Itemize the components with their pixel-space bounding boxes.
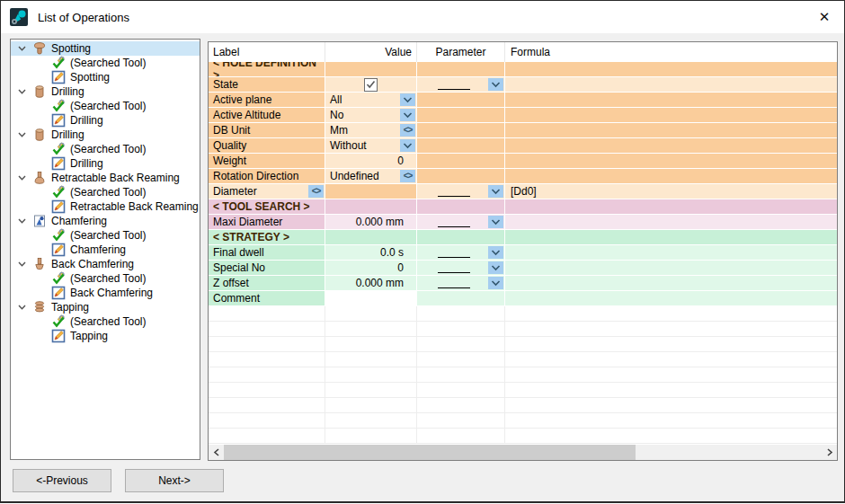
value-cell[interactable]: 0.0 s xyxy=(325,245,417,261)
section-label: < TOOL SEARCH > xyxy=(209,199,325,215)
dropdown-icon[interactable] xyxy=(400,109,415,121)
parameter-blank-field[interactable] xyxy=(438,263,470,273)
formula-cell[interactable] xyxy=(505,261,837,276)
tree-item-searched-tool[interactable]: (Searched Tool) xyxy=(11,99,200,113)
tree-item-searched-tool[interactable]: (Searched Tool) xyxy=(11,185,200,199)
chevron-expand-icon[interactable] xyxy=(17,132,27,137)
parameter-cell[interactable] xyxy=(417,245,505,261)
formula-cell[interactable] xyxy=(505,123,837,138)
parameter-blank-field[interactable] xyxy=(438,217,470,227)
dropdown-icon[interactable] xyxy=(400,93,415,106)
parameter-cell xyxy=(417,138,505,154)
formula-cell[interactable] xyxy=(505,77,837,93)
tree-item-spotting[interactable]: Spotting xyxy=(11,70,200,84)
scrollbar-track[interactable] xyxy=(224,445,822,460)
value-cell[interactable]: Without xyxy=(325,138,417,154)
next-button[interactable]: Next-> xyxy=(125,469,224,492)
formula-cell[interactable] xyxy=(505,291,837,306)
tree-item-chamfering[interactable]: Chamfering xyxy=(11,243,200,257)
formula-cell[interactable] xyxy=(505,276,837,291)
value-cell[interactable]: 0.000 mm xyxy=(325,215,417,230)
grid-header-row: Label Value Parameter Formula xyxy=(209,42,837,62)
parameter-cell[interactable] xyxy=(417,77,505,93)
parameter-blank-field[interactable] xyxy=(438,248,470,258)
formula-cell[interactable] xyxy=(505,169,837,184)
dropdown-icon[interactable] xyxy=(488,277,503,289)
scroll-left-icon[interactable] xyxy=(209,445,224,460)
tree-item-drilling[interactable]: Drilling xyxy=(11,113,200,128)
formula-cell xyxy=(505,62,837,77)
horizontal-scrollbar[interactable] xyxy=(209,445,837,460)
tree-item-searched-tool[interactable]: (Searched Tool) xyxy=(11,142,200,156)
dropdown-icon[interactable] xyxy=(488,216,503,228)
value-cell[interactable] xyxy=(325,184,417,199)
dropdown-icon[interactable] xyxy=(488,261,503,274)
formula-cell[interactable] xyxy=(505,93,837,108)
value-cell[interactable]: 0 xyxy=(325,154,417,169)
dropdown-icon[interactable] xyxy=(488,246,503,259)
tree-item-drilling[interactable]: Drilling xyxy=(11,156,200,171)
formula-cell[interactable] xyxy=(505,138,837,154)
parameter-cell[interactable] xyxy=(417,261,505,276)
row-label: Comment xyxy=(213,292,260,305)
value-cell[interactable] xyxy=(325,291,417,306)
value-cell[interactable]: No xyxy=(325,108,417,123)
parameter-blank-field[interactable] xyxy=(438,80,470,90)
value-cell xyxy=(325,337,417,352)
formula-cell[interactable] xyxy=(505,108,837,123)
tree-item-label: Tapping xyxy=(51,301,89,314)
chevron-expand-icon[interactable] xyxy=(17,89,27,94)
chevron-expand-icon[interactable] xyxy=(17,218,27,224)
chevron-expand-icon[interactable] xyxy=(17,305,27,310)
chevron-expand-icon[interactable] xyxy=(17,175,27,181)
chevron-expand-icon[interactable] xyxy=(17,46,27,51)
tree-item-label: Retractable Back Reaming xyxy=(51,172,180,184)
tree-item-searched-tool[interactable]: (Searched Tool) xyxy=(11,271,200,286)
formula-cell[interactable] xyxy=(505,154,837,169)
tree-item-searched-tool[interactable]: (Searched Tool) xyxy=(11,56,200,70)
value-cell[interactable]: Undefined<> xyxy=(325,169,417,184)
dropdown-icon[interactable] xyxy=(488,78,503,91)
scroll-right-icon[interactable] xyxy=(822,445,837,460)
tree-item-tapping[interactable]: Tapping xyxy=(11,300,200,314)
edit-icon xyxy=(51,199,66,214)
dropdown-icon[interactable] xyxy=(488,185,503,198)
tree-item-back-chamfering[interactable]: Back Chamfering xyxy=(11,257,200,271)
chevron-expand-icon[interactable] xyxy=(17,261,27,267)
exchange-icon[interactable]: <> xyxy=(308,185,324,198)
value-cell[interactable]: 0 xyxy=(325,261,417,276)
exchange-icon[interactable]: <> xyxy=(400,124,415,137)
formula-cell[interactable]: [Dd0] xyxy=(505,184,837,199)
value-cell[interactable]: All xyxy=(325,93,417,108)
checkbox[interactable] xyxy=(364,78,378,92)
parameter-cell[interactable] xyxy=(417,276,505,291)
value-cell[interactable]: Mm<> xyxy=(325,123,417,138)
tree-item-tapping[interactable]: Tapping xyxy=(11,329,200,343)
tree-item-retractable-back-reaming[interactable]: Retractable Back Reaming xyxy=(11,199,200,214)
tree-item-retractable-back-reaming[interactable]: Retractable Back Reaming xyxy=(11,171,200,185)
exchange-icon[interactable]: <> xyxy=(400,170,415,182)
tree-item-searched-tool[interactable]: (Searched Tool) xyxy=(11,314,200,329)
tree-item-drilling[interactable]: Drilling xyxy=(11,84,200,99)
close-icon[interactable]: ✕ xyxy=(815,8,833,26)
spotting-icon xyxy=(32,41,47,56)
parameter-blank-field[interactable] xyxy=(438,187,470,197)
value-cell[interactable]: 0.000 mm xyxy=(325,276,417,291)
label-cell: Maxi Diameter xyxy=(209,215,325,230)
dropdown-icon[interactable] xyxy=(400,139,415,152)
parameter-cell[interactable] xyxy=(417,215,505,230)
tree-item-back-chamfering[interactable]: Back Chamfering xyxy=(11,286,200,300)
tree-item-spotting[interactable]: Spotting xyxy=(11,41,200,56)
formula-cell[interactable] xyxy=(505,245,837,261)
value-cell xyxy=(325,230,417,245)
value-cell[interactable] xyxy=(325,77,417,93)
scrollbar-thumb[interactable] xyxy=(224,445,636,460)
parameter-cell[interactable] xyxy=(417,184,505,199)
parameter-blank-field[interactable] xyxy=(438,279,470,288)
searched-tool-icon xyxy=(51,228,66,243)
tree-item-chamfering[interactable]: Chamfering xyxy=(11,214,200,228)
tree-item-drilling[interactable]: Drilling xyxy=(11,128,200,142)
previous-button[interactable]: <-Previous xyxy=(13,469,111,492)
tree-item-searched-tool[interactable]: (Searched Tool) xyxy=(11,228,200,243)
formula-cell[interactable] xyxy=(505,215,837,230)
